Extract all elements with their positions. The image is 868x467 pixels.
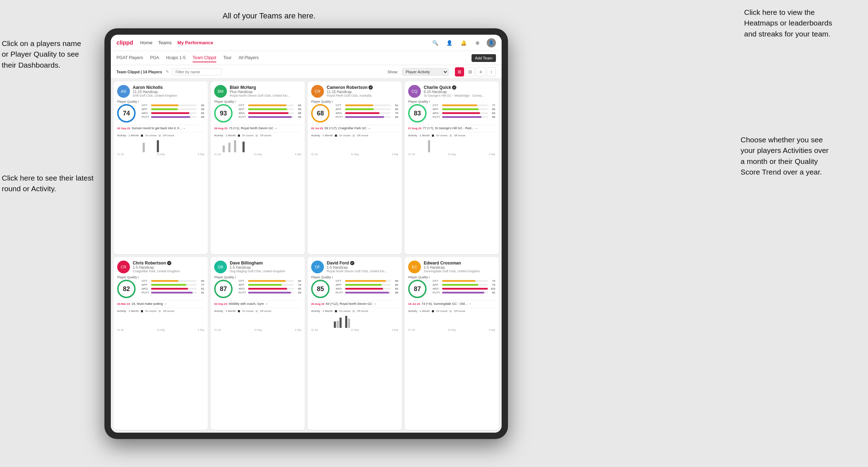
stat-label-arg: ARG <box>336 287 344 290</box>
quality-score[interactable]: 93 <box>214 104 233 123</box>
mini-chart-section: Activity · 1 Month On course Off course … <box>117 308 204 331</box>
player-avatar: AN <box>117 85 130 98</box>
chart-bar-empty <box>240 152 242 152</box>
latest-activity[interactable]: 04 Sep 23 Mobility with coach, Gym → <box>214 300 301 306</box>
annotation-activity: Click here to see their latestround or A… <box>2 173 97 194</box>
latest-activity[interactable]: 02 Sep 23 Sunset round to get back into … <box>117 125 204 130</box>
add-team-button[interactable]: Add Team <box>472 54 496 62</box>
avatar-initials: EC <box>412 265 417 269</box>
stat-bar-container <box>151 284 197 286</box>
latest-activity[interactable]: 03 Mar 23 19, Must make putting → <box>117 300 204 306</box>
stat-bar-putt <box>151 116 190 118</box>
player-name[interactable]: Charlie Quick ✓ <box>424 85 495 90</box>
show-label: Show: <box>387 70 398 74</box>
chart-bar-empty <box>129 152 131 152</box>
latest-activity[interactable]: 07 Aug 23 77 (+7), St George's Hill GC -… <box>408 125 495 130</box>
filter-input[interactable] <box>172 68 222 75</box>
latest-activity[interactable]: 18 Jul 23 74 (+4), Sunningdale GC - Old.… <box>408 300 495 306</box>
subnav-tour[interactable]: Tour <box>223 54 232 62</box>
player-name[interactable]: David Ford ✓ <box>327 261 398 266</box>
player-name[interactable]: Chris Robertson ✓ <box>133 261 204 266</box>
quality-score[interactable]: 85 <box>311 280 330 298</box>
player-handicap: Plus Handicap <box>230 90 301 94</box>
chart-dates: 31 Jul21 Aug4 Sep <box>408 329 495 331</box>
subnav-pgat[interactable]: PGAT Players <box>116 54 143 62</box>
chart-bar <box>334 321 336 328</box>
player-card[interactable]: BM Blair McHarg Plus Handicap Royal Nort… <box>211 81 305 254</box>
latest-activity[interactable]: 26 Aug 23 73 (+1), Royal North Devon GC … <box>214 125 301 130</box>
subnav-all-players[interactable]: All Players <box>239 54 259 62</box>
stat-row-app: APP 63 <box>336 108 398 111</box>
stat-row-putt: PUTT 95 <box>239 115 301 119</box>
stat-row-ott: OTT 60 <box>142 104 204 107</box>
activity-text: 73 (+1), Royal North Devon GC → <box>229 126 302 130</box>
player-name[interactable]: Aaron Nicholls <box>133 85 204 90</box>
stat-label-ott: OTT <box>239 104 247 107</box>
quality-score[interactable]: 83 <box>408 104 427 123</box>
quality-score[interactable]: 74 <box>117 104 136 123</box>
player-card[interactable]: AN Aaron Nicholls 11-15 Handicap Drift G… <box>114 81 208 254</box>
stat-label-app: APP <box>336 283 344 286</box>
latest-activity[interactable]: 02 Jul 23 59 (+17), Craigmillar Park GC … <box>311 125 398 130</box>
filter-button[interactable]: ≡ <box>476 67 485 76</box>
nav-item-home[interactable]: Home <box>140 39 153 47</box>
off-course-legend-dot <box>159 135 161 137</box>
quality-info-icon: ℹ <box>429 275 430 279</box>
activity-date: 26 Aug 23 <box>311 302 325 306</box>
stat-bar-app <box>248 284 282 286</box>
edit-icon[interactable]: ✎ <box>166 69 169 74</box>
grid-view-button[interactable]: ⊞ <box>455 67 464 76</box>
profile-icon[interactable]: 👤 <box>444 38 454 48</box>
sort-button[interactable]: ↕ <box>487 67 496 76</box>
subnav-hcaps[interactable]: Hcaps 1-5 <box>166 54 185 62</box>
subnav-team-clippd[interactable]: Team Clippd <box>193 54 216 62</box>
avatar-initials: CR <box>315 89 320 93</box>
player-card[interactable]: CR Chris Robertson ✓ 1-5 Handicap Craigm… <box>114 257 208 430</box>
stats-grid: OTT 60 APP 77 ARG 81 PUTT 91 <box>142 279 204 294</box>
chart-bar <box>337 321 339 328</box>
notification-icon[interactable]: 🔔 <box>458 38 468 48</box>
quality-info-icon: ℹ <box>332 275 333 279</box>
player-card[interactable]: CR Cameron Robertson ✓ 11-15 Handicap Ro… <box>308 81 402 254</box>
stat-bar-container <box>442 284 488 286</box>
off-course-legend-text: Off course <box>260 134 271 137</box>
chart-bar-empty <box>148 327 150 328</box>
activity-date: 04 Sep 23 <box>214 302 227 306</box>
quality-info-icon: ℹ <box>332 100 333 103</box>
quality-score[interactable]: 68 <box>311 104 330 123</box>
user-avatar[interactable]: 👤 <box>487 38 496 47</box>
chart-date-label: 4 Sep <box>295 329 301 331</box>
settings-icon[interactable]: ⊕ <box>473 38 482 48</box>
show-select[interactable]: Player Activity Quality Score Trend <box>402 68 449 76</box>
search-icon[interactable]: 🔍 <box>430 38 440 48</box>
stat-bar-container <box>248 104 294 106</box>
stat-row-putt: PUTT 85 <box>142 115 204 119</box>
quality-score[interactable]: 82 <box>117 280 136 298</box>
chart-bar-empty <box>151 327 153 328</box>
quality-score[interactable]: 87 <box>214 280 233 298</box>
stat-row-ott: OTT 73 <box>433 279 495 283</box>
quality-score[interactable]: 87 <box>408 280 427 298</box>
nav-item-performance[interactable]: My Performance <box>177 39 213 47</box>
chart-bar <box>143 143 145 152</box>
player-card[interactable]: DF David Ford ✓ 1-5 Handicap Royal North… <box>308 257 402 430</box>
player-card[interactable]: DB Dave Billingham 1-5 Handicap Sog Magi… <box>211 257 305 430</box>
player-name[interactable]: Cameron Robertson ✓ <box>327 85 398 90</box>
player-club: Drift Golf Club, United Kingdom <box>133 94 204 97</box>
player-card[interactable]: CQ Charlie Quick ✓ 6-10 Handicap St Geor… <box>405 81 499 254</box>
stat-bar-app <box>151 108 178 110</box>
grid2-view-button[interactable]: ⊟ <box>466 67 475 76</box>
player-club: Craigmillar Park, United Kingdom <box>133 269 204 273</box>
player-name[interactable]: Blair McHarg <box>230 85 301 90</box>
player-name[interactable]: Dave Billingham <box>230 261 301 266</box>
nav-item-teams[interactable]: Teams <box>158 39 172 47</box>
chart-bar-empty <box>120 152 122 152</box>
subnav-pga[interactable]: PGA <box>150 54 159 62</box>
player-name[interactable]: Edward Crossman <box>424 261 495 266</box>
stat-row-ott: OTT 82 <box>239 279 301 283</box>
annotation-choose-activity: Choose whether you seeyour players Activ… <box>741 135 861 178</box>
stat-row-app: APP 80 <box>336 283 398 286</box>
player-avatar: DB <box>214 261 227 273</box>
latest-activity[interactable]: 26 Aug 23 84 (+12), Royal North Devon GC… <box>311 300 398 306</box>
player-card[interactable]: EC Edward Crossman 1-5 Handicap Sunningd… <box>405 257 499 430</box>
